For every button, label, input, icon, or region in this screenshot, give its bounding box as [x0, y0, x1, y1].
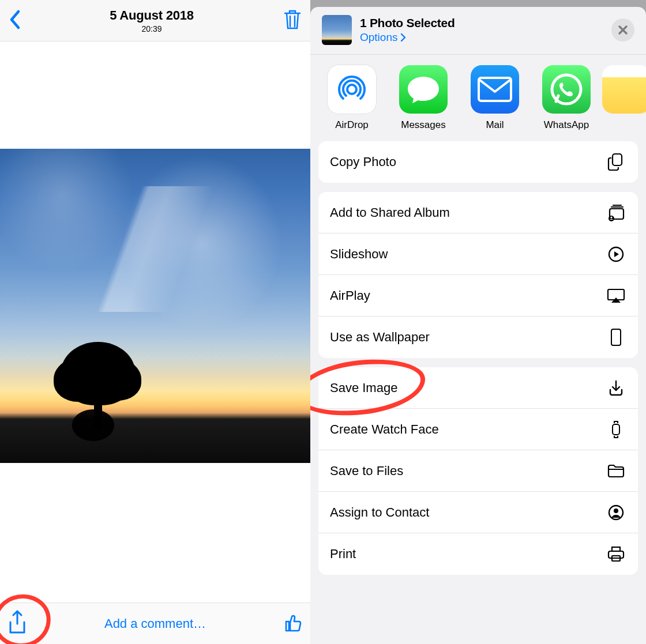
action-group: Copy Photo [318, 141, 638, 183]
app-label: WhatsApp [531, 119, 602, 131]
back-button[interactable] [8, 9, 21, 32]
app-label: AirDrop [316, 119, 388, 131]
action-save-image[interactable]: Save Image [318, 367, 638, 409]
share-icon [6, 609, 29, 636]
whatsapp-icon [542, 65, 591, 114]
svg-rect-13 [609, 551, 624, 558]
photo-viewport[interactable] [0, 42, 310, 602]
svg-rect-10 [613, 424, 619, 435]
chevron-left-icon [8, 9, 21, 30]
action-label: Assign to Contact [330, 505, 429, 520]
shared-album-icon [606, 204, 626, 221]
svg-point-0 [347, 85, 356, 94]
app-whatsapp[interactable]: WhatsApp [531, 65, 602, 131]
app-label: Mail [459, 119, 531, 131]
action-label: AirPlay [330, 288, 370, 303]
action-label: Slideshow [330, 247, 388, 262]
action-label: Save Image [330, 381, 397, 396]
app-messages[interactable]: Messages [388, 65, 459, 131]
like-button[interactable] [281, 611, 305, 637]
action-label: Copy Photo [330, 155, 396, 170]
thumbs-up-icon [281, 611, 305, 634]
action-label: Save to Files [330, 464, 403, 479]
photo-time: 20:39 [21, 24, 283, 33]
svg-rect-1 [479, 78, 511, 101]
airplay-icon [606, 288, 626, 304]
share-sheet-title: 1 Photo Selected [360, 16, 611, 30]
photo-content [0, 149, 310, 463]
toolbar: Add a comment… [0, 602, 310, 644]
mail-icon [471, 65, 519, 114]
svg-rect-3 [613, 154, 622, 165]
photo-date: 5 August 2018 [21, 8, 283, 23]
action-label: Print [330, 547, 356, 562]
svg-point-12 [614, 509, 618, 513]
print-icon [606, 545, 626, 563]
close-button[interactable] [611, 18, 634, 42]
actions-list[interactable]: Copy Photo Add to Shared Album Slideshow [310, 141, 646, 644]
airdrop-icon [328, 65, 376, 114]
action-assign-contact[interactable]: Assign to Contact [318, 492, 638, 533]
action-shared-album[interactable]: Add to Shared Album [318, 192, 638, 234]
app-partial-notes[interactable] [602, 65, 622, 131]
close-icon [618, 25, 628, 35]
action-airplay[interactable]: AirPlay [318, 275, 638, 317]
action-label: Add to Shared Album [330, 205, 450, 220]
action-copy-photo[interactable]: Copy Photo [318, 141, 638, 183]
notes-icon [602, 65, 646, 114]
watch-icon [606, 420, 626, 439]
action-slideshow[interactable]: Slideshow [318, 234, 638, 275]
share-sheet-header: 1 Photo Selected Options [310, 7, 646, 55]
navigation-bar: 5 August 2018 20:39 [0, 0, 310, 42]
action-label: Use as Wallpaper [330, 330, 430, 345]
share-button[interactable] [6, 609, 29, 638]
action-watch-face[interactable]: Create Watch Face [318, 409, 638, 450]
app-mail[interactable]: Mail [459, 65, 531, 131]
action-wallpaper[interactable]: Use as Wallpaper [318, 317, 638, 358]
share-apps-row[interactable]: AirDrop Messages Mail WhatsApp [310, 55, 646, 141]
contact-icon [606, 504, 626, 521]
chevron-right-icon [400, 33, 407, 42]
share-options-button[interactable]: Options [360, 31, 407, 44]
messages-icon [399, 65, 448, 114]
app-airdrop[interactable]: AirDrop [316, 65, 388, 131]
title-block: 5 August 2018 20:39 [21, 8, 283, 33]
play-circle-icon [606, 246, 626, 263]
share-sheet-screen: 1 Photo Selected Options AirDrop [310, 0, 646, 644]
delete-button[interactable] [283, 8, 302, 33]
svg-rect-9 [611, 329, 621, 345]
options-label: Options [360, 31, 397, 44]
download-icon [606, 379, 626, 397]
trash-icon [283, 8, 302, 31]
svg-rect-14 [612, 547, 620, 551]
copy-icon [606, 152, 626, 172]
phone-icon [606, 328, 626, 347]
action-save-files[interactable]: Save to Files [318, 450, 638, 492]
app-label: Messages [388, 119, 459, 131]
folder-icon [606, 464, 626, 479]
svg-point-6 [610, 216, 612, 218]
photo-detail-screen: 5 August 2018 20:39 Add a comment… [0, 0, 310, 644]
action-group: Add to Shared Album Slideshow AirPlay [318, 192, 638, 358]
action-print[interactable]: Print [318, 533, 638, 575]
action-label: Create Watch Face [330, 422, 439, 437]
action-group: Save Image Create Watch Face Save to Fil… [318, 367, 638, 575]
share-sheet: 1 Photo Selected Options AirDrop [310, 7, 646, 644]
share-sheet-thumbnail [322, 15, 352, 45]
add-comment-link[interactable]: Add a comment… [29, 616, 281, 631]
